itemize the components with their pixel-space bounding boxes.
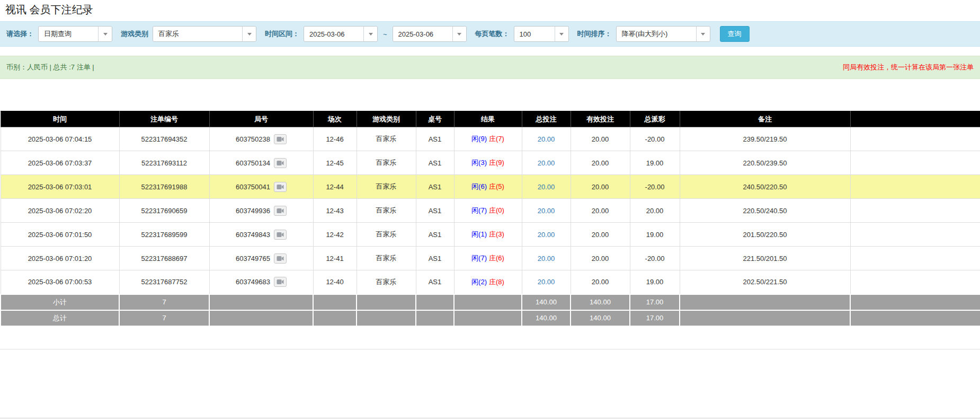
- page: 视讯 会员下注纪录 请选择： 日期查询 游戏类别 百家乐 时间区间： 2025-…: [0, 0, 980, 420]
- cell-round: 603750134: [209, 151, 313, 175]
- table-row: 2025-03-06 07:01:20 522317688697 6037497…: [1, 247, 980, 270]
- cell-game-type: 百家乐: [357, 127, 416, 151]
- video-replay-icon[interactable]: [274, 134, 287, 144]
- summary-bar: 币别：人民币 | 总共 :7 注单 | 同局有效投注，统一计算在该局第一张注单: [0, 56, 980, 79]
- result-player: 闲(2): [471, 278, 487, 286]
- cell-payout: -20.00: [630, 175, 680, 199]
- result-banker: 庄(5): [489, 182, 504, 190]
- result-player: 闲(9): [471, 135, 487, 143]
- total-bet-link[interactable]: 20.00: [538, 135, 555, 143]
- chevron-down-icon[interactable]: [363, 27, 377, 41]
- cell-payout: -20.00: [630, 247, 680, 270]
- total-bet-link[interactable]: 20.00: [538, 278, 555, 286]
- time-sort-label: 时间排序：: [577, 29, 612, 39]
- result-banker: 庄(0): [489, 206, 504, 214]
- header-game-type: 游戏类别: [357, 111, 416, 127]
- video-replay-icon[interactable]: [274, 253, 287, 264]
- chevron-down-icon[interactable]: [696, 27, 710, 41]
- cell-overflow: [850, 270, 980, 294]
- total-payout: 17.00: [630, 310, 680, 326]
- round-number: 603749936: [236, 207, 270, 215]
- cell-session: 12-42: [313, 223, 357, 247]
- time-sort-select[interactable]: 降幂(由大到小): [616, 26, 710, 42]
- grand-total-row: 总计 7 140.00 140.00 17.00: [1, 310, 980, 326]
- cell-table-no: AS1: [416, 127, 454, 151]
- cell-remark: 221.50/201.50: [680, 247, 850, 270]
- page-size-select[interactable]: 100: [514, 26, 569, 42]
- video-replay-icon[interactable]: [274, 182, 287, 192]
- video-replay-icon[interactable]: [274, 206, 287, 216]
- cell-bet-id: 522317688697: [119, 247, 209, 270]
- date-from-picker[interactable]: 2025-03-06: [304, 26, 378, 42]
- result-player: 闲(3): [471, 159, 487, 167]
- cell-result: 闲(7)庄(6): [454, 247, 522, 270]
- table-body: 2025-03-06 07:04:15 522317694352 6037502…: [1, 127, 980, 294]
- total-bet-link[interactable]: 20.00: [538, 255, 555, 262]
- cell-session: 12-43: [313, 199, 357, 223]
- cell-result: 闲(7)庄(0): [454, 199, 522, 223]
- cell-game-type: 百家乐: [357, 151, 416, 175]
- cell-time: 2025-03-06 07:00:53: [1, 270, 119, 294]
- round-number: 603749765: [236, 255, 270, 262]
- video-replay-icon[interactable]: [274, 158, 287, 168]
- chevron-down-icon[interactable]: [242, 27, 256, 41]
- round-number: 603750238: [236, 135, 270, 143]
- date-range-label: 时间区间：: [265, 29, 299, 39]
- cell-session: 12-45: [313, 151, 357, 175]
- page-bottom-rule: [0, 418, 980, 418]
- search-button[interactable]: 查询: [720, 26, 750, 42]
- page-size-value: 100: [514, 27, 555, 41]
- cell-round: 603750238: [209, 127, 313, 151]
- subtotal-label: 小计: [1, 294, 119, 310]
- cell-total-bet: 20.00: [522, 175, 571, 199]
- cell-round: 603749843: [209, 223, 313, 247]
- cell-valid-bet: 20.00: [571, 199, 630, 223]
- header-table-no: 桌号: [416, 111, 454, 127]
- cell-remark: 201.50/220.50: [680, 223, 850, 247]
- video-replay-icon[interactable]: [274, 230, 287, 240]
- result-banker: 庄(6): [489, 254, 504, 262]
- game-type-label: 游戏类别: [121, 29, 148, 39]
- header-time: 时间: [1, 111, 119, 127]
- header-payout: 总派彩: [630, 111, 680, 127]
- total-bet-link[interactable]: 20.00: [538, 159, 555, 167]
- cell-overflow: [850, 151, 980, 175]
- cell-remark: 220.50/239.50: [680, 151, 850, 175]
- cell-game-type: 百家乐: [357, 270, 416, 294]
- query-type-select[interactable]: 日期查询: [38, 26, 112, 42]
- cell-valid-bet: 20.00: [571, 223, 630, 247]
- subtotal-count: 7: [119, 294, 209, 310]
- cell-valid-bet: 20.00: [571, 151, 630, 175]
- date-to-value: 2025-03-06: [393, 27, 452, 41]
- cell-table-no: AS1: [416, 247, 454, 270]
- total-bet-link[interactable]: 20.00: [538, 231, 555, 239]
- subtotal-payout: 17.00: [630, 294, 680, 310]
- chevron-down-icon[interactable]: [452, 27, 466, 41]
- cell-bet-id: 522317689599: [119, 223, 209, 247]
- cell-bet-id: 522317690659: [119, 199, 209, 223]
- table-row: 2025-03-06 07:03:37 522317693112 6037501…: [1, 151, 980, 175]
- cell-total-bet: 20.00: [522, 199, 571, 223]
- date-to-picker[interactable]: 2025-03-06: [393, 26, 467, 42]
- header-bet-id: 注单编号: [119, 111, 209, 127]
- chevron-down-icon[interactable]: [555, 27, 568, 41]
- cell-valid-bet: 20.00: [571, 247, 630, 270]
- game-type-select[interactable]: 百家乐: [153, 26, 256, 42]
- video-replay-icon[interactable]: [274, 277, 287, 287]
- cell-payout: 20.00: [630, 199, 680, 223]
- bottom-divider: [0, 349, 980, 349]
- cell-valid-bet: 20.00: [571, 270, 630, 294]
- total-bet-link[interactable]: 20.00: [538, 183, 555, 191]
- cell-game-type: 百家乐: [357, 247, 416, 270]
- total-valid-bet: 140.00: [571, 310, 630, 326]
- round-number: 603750041: [236, 183, 270, 191]
- round-number: 603750134: [236, 159, 270, 167]
- cell-payout: 19.00: [630, 151, 680, 175]
- chevron-down-icon[interactable]: [98, 27, 112, 41]
- cell-time: 2025-03-06 07:01:20: [1, 247, 119, 270]
- header-overflow: [850, 111, 980, 127]
- total-count: 7: [119, 310, 209, 326]
- valid-bet-notice: 同局有效投注，统一计算在该局第一张注单: [843, 63, 974, 72]
- total-bet-link[interactable]: 20.00: [538, 207, 555, 215]
- header-valid-bet: 有效投注: [571, 111, 630, 127]
